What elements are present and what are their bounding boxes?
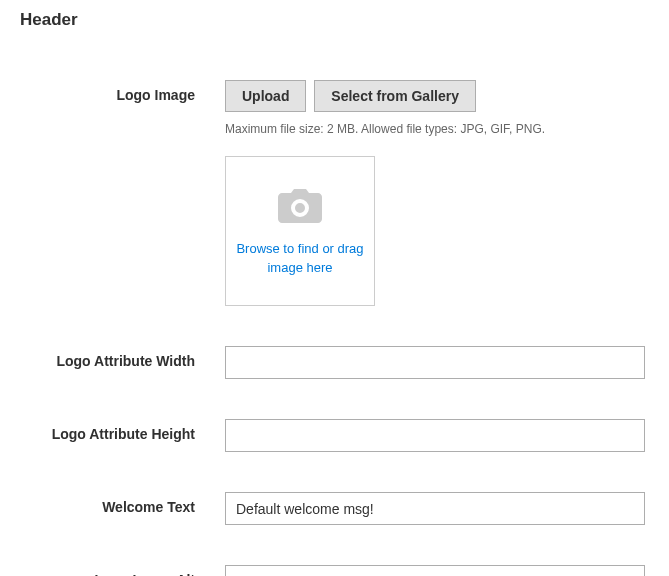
- welcome-text-input[interactable]: [225, 492, 645, 525]
- label-logo-width: Logo Attribute Width: [20, 346, 225, 369]
- section-title: Header: [20, 10, 649, 30]
- logo-width-input[interactable]: [225, 346, 645, 379]
- dropzone-text: Browse to find or drag image here: [236, 240, 364, 276]
- row-logo-height: Logo Attribute Height: [20, 419, 649, 452]
- row-welcome-text: Welcome Text: [20, 492, 649, 525]
- label-logo-alt: Logo Image Alt: [20, 565, 225, 576]
- row-logo-alt: Logo Image Alt: [20, 565, 649, 576]
- upload-hint: Maximum file size: 2 MB. Allowed file ty…: [225, 122, 645, 136]
- label-welcome-text: Welcome Text: [20, 492, 225, 515]
- camera-icon: [275, 185, 325, 228]
- upload-dropzone[interactable]: Browse to find or drag image here: [225, 156, 375, 306]
- row-logo-width: Logo Attribute Width: [20, 346, 649, 379]
- label-logo-height: Logo Attribute Height: [20, 419, 225, 442]
- row-logo-image: Logo Image Upload Select from Gallery Ma…: [20, 80, 649, 306]
- logo-height-input[interactable]: [225, 419, 645, 452]
- logo-alt-input[interactable]: [225, 565, 645, 576]
- field-logo-image: Upload Select from Gallery Maximum file …: [225, 80, 645, 306]
- select-gallery-button[interactable]: Select from Gallery: [314, 80, 476, 112]
- upload-button[interactable]: Upload: [225, 80, 306, 112]
- label-logo-image: Logo Image: [20, 80, 225, 103]
